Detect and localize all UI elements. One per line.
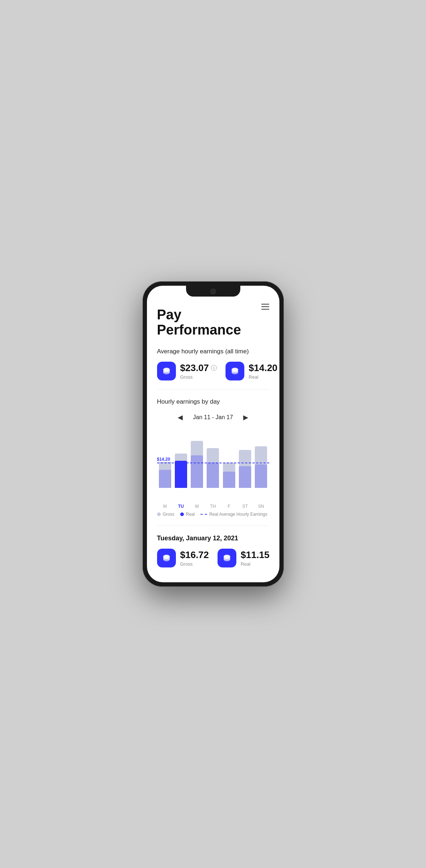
- chart-section-title: Hourly earnings by day: [157, 398, 269, 405]
- alltime-gross-label: Gross: [180, 374, 217, 380]
- menu-line-1: [261, 304, 269, 305]
- selected-gross-amount: $16.72: [180, 549, 209, 561]
- day-label-m: M: [157, 504, 173, 509]
- alltime-gross-amount: $23.07: [180, 362, 209, 374]
- selected-gross-info: $16.72 Gross: [180, 549, 209, 567]
- bar-real-sn: [255, 464, 267, 488]
- bars-area: [157, 430, 269, 488]
- legend-avg-dash: [201, 514, 207, 515]
- legend-real-text: Real: [186, 512, 195, 517]
- legend-real: Real: [180, 512, 195, 517]
- bar-real-m: [159, 470, 171, 488]
- selected-day-title: Tuesday, January 12, 2021: [157, 535, 269, 542]
- selected-gross-label: Gross: [180, 561, 209, 567]
- legend-gross-dot: [157, 512, 161, 516]
- avg-line: [157, 463, 269, 463]
- bar-group-sn[interactable]: [253, 430, 269, 488]
- legend-avg: Real Average Hourly Earnings: [201, 512, 267, 517]
- svg-point-15: [224, 555, 230, 558]
- legend-avg-text: Real Average Hourly Earnings: [209, 512, 267, 517]
- alltime-real-icon: [225, 362, 244, 380]
- alltime-gross-info: $23.07 i Gross: [180, 362, 217, 380]
- alltime-real-label: Real: [249, 374, 279, 380]
- phone-camera: [210, 289, 216, 294]
- phone-device: Pay Performance Average hourly earnings …: [143, 281, 284, 587]
- bar-real-th: [207, 463, 219, 488]
- selected-real-label: Real: [241, 561, 270, 567]
- selected-real-info: $11.15 Real: [241, 549, 270, 567]
- alltime-earnings-row: $23.07 i Gross: [157, 362, 269, 380]
- chart-nav: ◀ Jan 11 - Jan 17 ▶: [157, 412, 269, 423]
- bar-real-st: [239, 466, 251, 488]
- svg-point-3: [163, 368, 170, 371]
- svg-point-7: [232, 368, 238, 371]
- selected-earnings-row: $16.72 Gross $11.1: [157, 549, 269, 567]
- bar-group-w[interactable]: [189, 430, 205, 488]
- selected-real-amount: $11.15: [241, 549, 270, 561]
- alltime-real-card: $14.20 i Real: [225, 362, 279, 380]
- alltime-gross-amount-row: $23.07 i: [180, 362, 217, 374]
- selected-real-icon: [218, 549, 236, 567]
- selected-gross-icon: [157, 549, 176, 567]
- divider-2: [157, 526, 269, 526]
- day-labels-row: MTUWTHFSTSN: [157, 501, 269, 509]
- chart-container: $14.20: [157, 430, 269, 495]
- day-label-th: TH: [205, 504, 221, 509]
- day-label-sn: SN: [253, 504, 269, 509]
- bar-real-tu: [175, 461, 187, 488]
- alltime-gross-info-icon[interactable]: i: [211, 365, 217, 371]
- page-title: Pay Performance: [157, 307, 269, 338]
- bar-real-f: [223, 472, 235, 488]
- alltime-gross-card: $23.07 i Gross: [157, 362, 217, 380]
- bar-group-tu[interactable]: [173, 430, 189, 488]
- next-week-button[interactable]: ▶: [240, 412, 251, 423]
- phone-screen: Pay Performance Average hourly earnings …: [147, 286, 279, 582]
- chart-legend: Gross Real Real Average Hourly Earnings: [157, 512, 269, 517]
- day-label-st: ST: [237, 504, 253, 509]
- screen-content: Pay Performance Average hourly earnings …: [147, 286, 279, 582]
- alltime-real-amount: $14.20: [249, 362, 278, 374]
- alltime-gross-icon: [157, 362, 176, 380]
- selected-gross-card: $16.72 Gross: [157, 549, 209, 567]
- alltime-section-title: Average hourly earnings (all time): [157, 348, 269, 355]
- bar-real-w: [191, 455, 203, 488]
- day-label-f: F: [221, 504, 237, 509]
- prev-week-button[interactable]: ◀: [175, 412, 186, 423]
- divider-1: [157, 389, 269, 390]
- alltime-real-amount-row: $14.20 i: [249, 362, 279, 374]
- legend-gross-text: Gross: [163, 512, 174, 517]
- day-label-tu: TU: [173, 504, 189, 509]
- selected-real-card: $11.15 Real: [218, 549, 270, 567]
- legend-gross: Gross: [157, 512, 174, 517]
- phone-notch: [186, 286, 240, 297]
- bar-group-th[interactable]: [205, 430, 221, 488]
- bar-group-f[interactable]: [221, 430, 237, 488]
- svg-point-11: [163, 555, 170, 558]
- alltime-real-info: $14.20 i Real: [249, 362, 279, 380]
- avg-line-label: $14.20: [157, 457, 172, 462]
- menu-line-3: [261, 309, 269, 310]
- menu-button[interactable]: [261, 304, 269, 310]
- date-range: Jan 11 - Jan 17: [193, 414, 233, 421]
- bar-group-st[interactable]: [237, 430, 253, 488]
- day-label-w: W: [189, 504, 205, 509]
- menu-line-2: [261, 306, 269, 307]
- legend-real-dot: [180, 512, 184, 516]
